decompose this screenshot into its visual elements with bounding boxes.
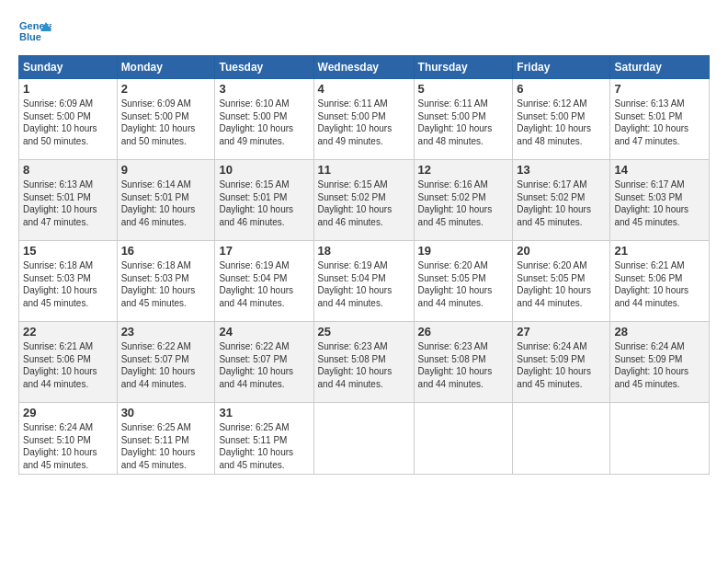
calendar-cell: 17Sunrise: 6:19 AMSunset: 5:04 PMDayligh… (215, 241, 313, 322)
calendar-cell: 27Sunrise: 6:24 AMSunset: 5:09 PMDayligh… (513, 322, 610, 403)
cell-info: Sunrise: 6:22 AMSunset: 5:07 PMDaylight:… (121, 340, 211, 390)
calendar-cell: 14Sunrise: 6:17 AMSunset: 5:03 PMDayligh… (610, 160, 710, 241)
cell-info: Sunrise: 6:13 AMSunset: 5:01 PMDaylight:… (23, 178, 113, 228)
cell-info: Sunrise: 6:14 AMSunset: 5:01 PMDaylight:… (121, 178, 211, 228)
header-monday: Monday (117, 56, 215, 79)
header-thursday: Thursday (414, 56, 513, 79)
day-number: 4 (318, 82, 410, 96)
calendar-cell: 15Sunrise: 6:18 AMSunset: 5:03 PMDayligh… (19, 241, 118, 322)
cell-info: Sunrise: 6:20 AMSunset: 5:05 PMDaylight:… (517, 259, 606, 309)
day-number: 10 (219, 163, 309, 177)
calendar-week-row: 8Sunrise: 6:13 AMSunset: 5:01 PMDaylight… (19, 160, 710, 241)
logo-svg: General Blue (18, 17, 51, 50)
calendar-cell: 7Sunrise: 6:13 AMSunset: 5:01 PMDaylight… (610, 79, 710, 160)
cell-info: Sunrise: 6:25 AMSunset: 5:11 PMDaylight:… (121, 421, 211, 471)
calendar-cell: 30Sunrise: 6:25 AMSunset: 5:11 PMDayligh… (117, 403, 215, 475)
calendar-cell (414, 403, 513, 475)
day-number: 15 (23, 244, 113, 258)
cell-info: Sunrise: 6:24 AMSunset: 5:09 PMDaylight:… (614, 340, 705, 390)
day-number: 30 (121, 406, 211, 419)
logo: General Blue (18, 17, 51, 50)
day-number: 31 (219, 406, 309, 419)
calendar-cell (313, 403, 414, 475)
day-number: 6 (517, 82, 606, 96)
calendar-cell: 31Sunrise: 6:25 AMSunset: 5:11 PMDayligh… (215, 403, 313, 475)
calendar-cell: 24Sunrise: 6:22 AMSunset: 5:07 PMDayligh… (215, 322, 313, 403)
day-number: 26 (418, 325, 509, 339)
day-number: 17 (219, 244, 309, 258)
calendar-cell: 6Sunrise: 6:12 AMSunset: 5:00 PMDaylight… (513, 79, 610, 160)
calendar-week-row: 22Sunrise: 6:21 AMSunset: 5:06 PMDayligh… (19, 322, 710, 403)
cell-info: Sunrise: 6:21 AMSunset: 5:06 PMDaylight:… (614, 259, 705, 309)
day-number: 29 (23, 406, 113, 419)
calendar-cell: 1Sunrise: 6:09 AMSunset: 5:00 PMDaylight… (19, 79, 118, 160)
header-saturday: Saturday (610, 56, 710, 79)
day-number: 25 (318, 325, 410, 339)
cell-info: Sunrise: 6:15 AMSunset: 5:02 PMDaylight:… (318, 178, 410, 228)
day-number: 13 (517, 163, 606, 177)
calendar-table: SundayMondayTuesdayWednesdayThursdayFrid… (18, 55, 710, 475)
cell-info: Sunrise: 6:19 AMSunset: 5:04 PMDaylight:… (318, 259, 410, 309)
calendar-cell: 22Sunrise: 6:21 AMSunset: 5:06 PMDayligh… (19, 322, 118, 403)
cell-info: Sunrise: 6:19 AMSunset: 5:04 PMDaylight:… (219, 259, 309, 309)
cell-info: Sunrise: 6:17 AMSunset: 5:02 PMDaylight:… (517, 178, 606, 228)
calendar-cell: 13Sunrise: 6:17 AMSunset: 5:02 PMDayligh… (513, 160, 610, 241)
calendar-cell: 8Sunrise: 6:13 AMSunset: 5:01 PMDaylight… (19, 160, 118, 241)
cell-info: Sunrise: 6:21 AMSunset: 5:06 PMDaylight:… (23, 340, 113, 390)
calendar-cell (513, 403, 610, 475)
page: General Blue SundayMondayTuesdayWednesda… (0, 0, 728, 484)
header-sunday: Sunday (19, 56, 118, 79)
day-number: 28 (614, 325, 705, 339)
cell-info: Sunrise: 6:22 AMSunset: 5:07 PMDaylight:… (219, 340, 309, 390)
calendar-cell: 3Sunrise: 6:10 AMSunset: 5:00 PMDaylight… (215, 79, 313, 160)
calendar-cell: 25Sunrise: 6:23 AMSunset: 5:08 PMDayligh… (313, 322, 414, 403)
day-number: 5 (418, 82, 509, 96)
cell-info: Sunrise: 6:09 AMSunset: 5:00 PMDaylight:… (121, 98, 211, 147)
day-number: 8 (23, 163, 113, 177)
calendar-week-row: 29Sunrise: 6:24 AMSunset: 5:10 PMDayligh… (19, 403, 710, 475)
header-wednesday: Wednesday (313, 56, 414, 79)
cell-info: Sunrise: 6:09 AMSunset: 5:00 PMDaylight:… (23, 98, 113, 147)
calendar-cell: 16Sunrise: 6:18 AMSunset: 5:03 PMDayligh… (117, 241, 215, 322)
calendar-week-row: 1Sunrise: 6:09 AMSunset: 5:00 PMDaylight… (19, 79, 710, 160)
day-number: 23 (121, 325, 211, 339)
header-tuesday: Tuesday (215, 56, 313, 79)
day-number: 16 (121, 244, 211, 258)
day-number: 9 (121, 163, 211, 177)
cell-info: Sunrise: 6:20 AMSunset: 5:05 PMDaylight:… (418, 259, 509, 309)
cell-info: Sunrise: 6:24 AMSunset: 5:09 PMDaylight:… (517, 340, 606, 390)
calendar-week-row: 15Sunrise: 6:18 AMSunset: 5:03 PMDayligh… (19, 241, 710, 322)
cell-info: Sunrise: 6:15 AMSunset: 5:01 PMDaylight:… (219, 178, 309, 228)
calendar-cell: 19Sunrise: 6:20 AMSunset: 5:05 PMDayligh… (414, 241, 513, 322)
calendar-cell: 9Sunrise: 6:14 AMSunset: 5:01 PMDaylight… (117, 160, 215, 241)
cell-info: Sunrise: 6:10 AMSunset: 5:00 PMDaylight:… (219, 98, 309, 147)
day-number: 14 (614, 163, 705, 177)
cell-info: Sunrise: 6:11 AMSunset: 5:00 PMDaylight:… (318, 98, 410, 147)
calendar-cell: 5Sunrise: 6:11 AMSunset: 5:00 PMDaylight… (414, 79, 513, 160)
day-number: 11 (318, 163, 410, 177)
cell-info: Sunrise: 6:25 AMSunset: 5:11 PMDaylight:… (219, 421, 309, 471)
calendar-cell: 10Sunrise: 6:15 AMSunset: 5:01 PMDayligh… (215, 160, 313, 241)
day-number: 18 (318, 244, 410, 258)
calendar-cell: 12Sunrise: 6:16 AMSunset: 5:02 PMDayligh… (414, 160, 513, 241)
calendar-cell: 4Sunrise: 6:11 AMSunset: 5:00 PMDaylight… (313, 79, 414, 160)
day-number: 21 (614, 244, 705, 258)
day-number: 12 (418, 163, 509, 177)
calendar-cell (610, 403, 710, 475)
calendar-header-row: SundayMondayTuesdayWednesdayThursdayFrid… (19, 56, 710, 79)
calendar-cell: 29Sunrise: 6:24 AMSunset: 5:10 PMDayligh… (19, 403, 118, 475)
cell-info: Sunrise: 6:13 AMSunset: 5:01 PMDaylight:… (614, 98, 705, 147)
calendar-cell: 11Sunrise: 6:15 AMSunset: 5:02 PMDayligh… (313, 160, 414, 241)
day-number: 22 (23, 325, 113, 339)
cell-info: Sunrise: 6:16 AMSunset: 5:02 PMDaylight:… (418, 178, 509, 228)
cell-info: Sunrise: 6:23 AMSunset: 5:08 PMDaylight:… (418, 340, 509, 390)
header: General Blue (18, 17, 710, 50)
day-number: 3 (219, 82, 309, 96)
calendar-cell: 2Sunrise: 6:09 AMSunset: 5:00 PMDaylight… (117, 79, 215, 160)
cell-info: Sunrise: 6:18 AMSunset: 5:03 PMDaylight:… (121, 259, 211, 309)
day-number: 7 (614, 82, 705, 96)
calendar-cell: 21Sunrise: 6:21 AMSunset: 5:06 PMDayligh… (610, 241, 710, 322)
calendar-cell: 23Sunrise: 6:22 AMSunset: 5:07 PMDayligh… (117, 322, 215, 403)
cell-info: Sunrise: 6:18 AMSunset: 5:03 PMDaylight:… (23, 259, 113, 309)
cell-info: Sunrise: 6:23 AMSunset: 5:08 PMDaylight:… (318, 340, 410, 390)
